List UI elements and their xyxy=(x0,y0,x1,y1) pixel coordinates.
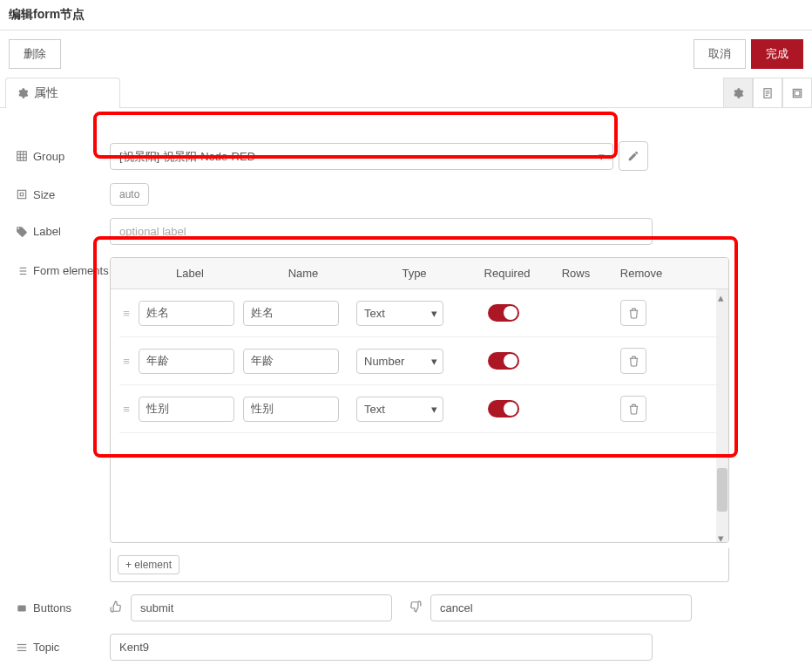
label-input[interactable] xyxy=(110,218,653,245)
done-button[interactable]: 完成 xyxy=(751,39,803,69)
thumbs-down-icon xyxy=(409,601,422,615)
element-label-input[interactable] xyxy=(139,349,234,374)
remove-element-button[interactable] xyxy=(620,348,646,374)
group-label: Group xyxy=(33,150,64,163)
trash-icon xyxy=(628,404,639,415)
scroll-down-icon: ▾ xyxy=(718,532,727,540)
trash-icon xyxy=(628,308,639,319)
elements-header: Label Name Type Required Rows Remove xyxy=(111,258,728,289)
tab-description-button[interactable] xyxy=(753,78,782,107)
buttons-row: Buttons xyxy=(16,594,796,621)
form-body: Group [祝景阳] 祝景阳-Node-RED ▾ Size auto Lab… xyxy=(0,108,812,672)
submit-button-input[interactable] xyxy=(131,594,392,621)
topic-label: Topic xyxy=(33,641,59,654)
elements-table: Label Name Type Required Rows Remove ≡ T… xyxy=(110,257,729,543)
svg-rect-11 xyxy=(17,190,25,198)
topic-row: Topic xyxy=(16,634,796,661)
delete-button[interactable]: 删除 xyxy=(9,39,61,69)
header-required: Required xyxy=(469,267,545,280)
header-type: Type xyxy=(360,267,469,280)
svg-rect-18 xyxy=(17,605,25,611)
pencil-icon xyxy=(627,150,639,162)
header-remove: Remove xyxy=(606,267,676,280)
resize-icon xyxy=(16,188,28,200)
form-elements-row: Form elements Label Name Type Required R… xyxy=(16,257,796,582)
tab-properties[interactable]: 属性 xyxy=(5,78,120,108)
size-row: Size auto xyxy=(16,183,796,206)
svg-rect-6 xyxy=(17,152,27,161)
label-label: Label xyxy=(33,225,61,238)
header-name: Name xyxy=(247,267,360,280)
dialog-title: 编辑form节点 xyxy=(0,0,812,31)
tab-appearance-button[interactable] xyxy=(782,78,812,107)
tab-settings-button[interactable] xyxy=(723,78,753,107)
required-toggle[interactable] xyxy=(488,352,519,370)
gear-icon xyxy=(17,87,29,99)
plus-icon: + xyxy=(125,559,134,571)
element-name-input[interactable] xyxy=(243,349,339,374)
trash-icon xyxy=(628,356,639,367)
elements-list: ≡ Text▾ ≡ Number▾ ≡ Text▾ xyxy=(111,289,728,433)
element-type-select[interactable]: Number xyxy=(356,349,443,374)
element-name-input[interactable] xyxy=(243,397,339,422)
cancel-button-input[interactable] xyxy=(430,594,692,621)
header-label: Label xyxy=(133,267,247,280)
header-rows: Rows xyxy=(545,267,606,280)
tab-label: 属性 xyxy=(34,85,58,101)
element-label-input[interactable] xyxy=(139,397,234,422)
size-label: Size xyxy=(33,188,55,201)
drag-handle-icon[interactable]: ≡ xyxy=(119,403,133,416)
form-elements-label: Form elements xyxy=(33,264,109,277)
remove-element-button[interactable] xyxy=(620,396,646,422)
group-select[interactable]: [祝景阳] 祝景阳-Node-RED xyxy=(110,143,613,170)
bars-icon xyxy=(16,641,28,654)
topic-input[interactable] xyxy=(110,634,653,661)
element-type-select[interactable]: Text xyxy=(356,301,443,326)
drag-handle-icon[interactable]: ≡ xyxy=(119,307,133,320)
square-icon xyxy=(16,602,28,614)
element-type-select[interactable]: Text xyxy=(356,397,443,422)
size-button[interactable]: auto xyxy=(110,183,149,206)
list-icon xyxy=(16,265,28,277)
element-row: ≡ Text▾ xyxy=(119,289,720,337)
element-name-input[interactable] xyxy=(243,301,339,326)
scroll-thumb[interactable] xyxy=(717,468,727,512)
gear-icon xyxy=(732,87,744,99)
label-row: Label xyxy=(16,218,796,245)
thumbs-up-icon xyxy=(110,601,122,615)
buttons-label: Buttons xyxy=(33,601,71,614)
tag-icon xyxy=(16,226,28,238)
add-element-button[interactable]: + element xyxy=(118,555,179,574)
element-row: ≡ Number▾ xyxy=(119,337,720,385)
layout-icon xyxy=(791,87,803,99)
svg-rect-5 xyxy=(795,91,800,96)
grid-icon xyxy=(16,150,28,162)
edit-group-button[interactable] xyxy=(619,141,648,171)
document-icon xyxy=(761,87,774,99)
drag-handle-icon[interactable]: ≡ xyxy=(119,355,133,368)
required-toggle[interactable] xyxy=(488,400,519,417)
scroll-up-icon: ▴ xyxy=(718,291,727,300)
cancel-button[interactable]: 取消 xyxy=(694,39,746,69)
scrollbar[interactable]: ▴ ▾ xyxy=(716,289,728,542)
action-bar: 删除 取消 完成 xyxy=(0,31,812,78)
element-label-input[interactable] xyxy=(139,301,234,326)
required-toggle[interactable] xyxy=(488,304,519,322)
group-row: Group [祝景阳] 祝景阳-Node-RED ▾ xyxy=(16,141,796,171)
tab-bar: 属性 xyxy=(0,78,812,108)
element-row: ≡ Text▾ xyxy=(119,385,720,433)
remove-element-button[interactable] xyxy=(620,300,646,326)
